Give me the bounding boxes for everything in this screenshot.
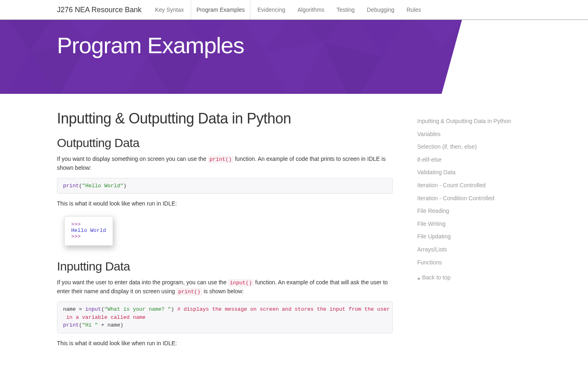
token: name = [63, 306, 85, 312]
code-inline-input: input() [228, 279, 254, 287]
toc-item[interactable]: Validating Data [417, 169, 531, 177]
nav-item-algorithms[interactable]: Algorithms [292, 0, 330, 19]
main-content: Inputting & Outputting Data in Python Ou… [57, 110, 393, 353]
section-inputting-h2: Inputting Data [57, 260, 393, 273]
token-str: "What is your name? " [104, 306, 171, 312]
token: + name) [98, 322, 123, 328]
token-str: "Hello World" [82, 183, 123, 189]
token: ) [123, 183, 126, 189]
sidebar-nav: Inputting & Outputting Data in Python Va… [417, 110, 531, 353]
text: is shown below: [202, 288, 244, 294]
in-para-1: If you want the user to enter data into … [57, 278, 393, 296]
nav-brand[interactable]: J276 NEA Resource Bank [57, 6, 142, 14]
page-h1: Inputting & Outputting Data in Python [57, 110, 393, 127]
code-block-input: name = input("What is your name? ") # di… [57, 301, 393, 333]
token-str: "Hi " [82, 322, 98, 328]
out-para-1: If you want to display something on scre… [57, 155, 393, 172]
in-para-2: This is what it would look like when run… [57, 339, 393, 348]
text: If you want the user to enter data into … [57, 279, 228, 286]
toc-item[interactable]: File Reading [417, 207, 531, 215]
hero-title: Program Examples [0, 20, 588, 58]
token-fn: print [63, 183, 79, 189]
page-container: Inputting & Outputting Data in Python Ou… [0, 94, 588, 370]
nav-item-testing[interactable]: Testing [331, 0, 360, 19]
token: ( [79, 322, 82, 328]
toc-item[interactable]: Iteration - Count Controlled [417, 182, 531, 190]
nav-item-evidencing[interactable]: Evidencing [252, 0, 291, 19]
back-to-top[interactable]: Back to top [417, 274, 531, 282]
code-block-print: print("Hello World") [57, 178, 393, 194]
toc-item[interactable]: Inputting & Outputting Data in Python [417, 117, 531, 125]
out-para-2: This is what it would look like when run… [57, 199, 393, 208]
toc-item[interactable]: if-elif-else [417, 156, 531, 164]
toc-item[interactable]: Functions [417, 259, 531, 267]
back-to-top-label: Back to top [422, 274, 451, 281]
top-nav: J276 NEA Resource Bank Key Syntax Progra… [0, 0, 588, 20]
idle-output-1: >>> Hello World >>> [64, 216, 113, 246]
token-fn: input [85, 306, 101, 312]
nav-item-rules[interactable]: Rules [401, 0, 427, 19]
toc-item[interactable]: Selection (if, then, else) [417, 143, 531, 151]
nav-item-debugging[interactable]: Debugging [362, 0, 400, 19]
text: If you want to display something on scre… [57, 156, 208, 162]
toc-item[interactable]: File Writing [417, 220, 531, 228]
nav-item-key-syntax[interactable]: Key Syntax [150, 0, 189, 19]
nav-item-program-examples[interactable]: Program Examples [191, 0, 250, 19]
toc-item[interactable]: Iteration - Condition Controlled [417, 195, 531, 203]
section-outputting-h2: Outputting Data [57, 136, 393, 150]
toc-item[interactable]: File Updating [417, 233, 531, 241]
idle-prompt: >>> [71, 221, 106, 227]
idle-prompt: >>> [71, 234, 106, 240]
token-fn: print [63, 322, 79, 328]
caret-up-icon [417, 277, 420, 279]
idle-output-line: Hello World [71, 227, 106, 234]
hero-banner: Program Examples [0, 20, 588, 94]
toc-item[interactable]: Arrays/Lists [417, 246, 531, 254]
token: ( [79, 183, 82, 189]
token: ) [171, 306, 177, 312]
token-cmt: in a variable called name [63, 314, 146, 320]
token-cmt: # displays the message on screen and sto… [177, 306, 390, 312]
code-inline-print: print() [208, 156, 233, 163]
code-inline-print2: print() [176, 288, 202, 296]
toc-item[interactable]: Variables [417, 130, 531, 138]
